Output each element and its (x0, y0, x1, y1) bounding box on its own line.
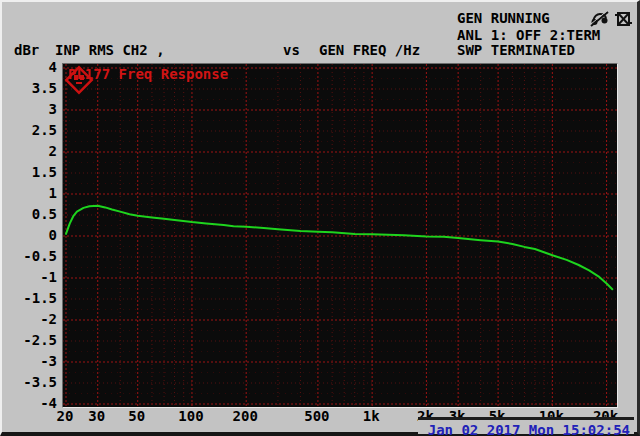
y-tick-label: 3 (2, 101, 57, 117)
y-tick-label: 3.5 (2, 80, 57, 96)
y-tick-label: 2 (2, 143, 57, 159)
x-tick-label: 200 (213, 408, 277, 424)
swp-status: SWP TERMINATED (457, 42, 575, 58)
y-tick-label: 0.5 (2, 206, 57, 222)
y-unit-label: dBr (14, 42, 39, 58)
frequency-response-chart (63, 64, 617, 407)
y-tick-label: -2.5 (2, 332, 57, 348)
y-tick-label: 1.5 (2, 164, 57, 180)
y-tick-label: 0 (2, 227, 57, 243)
trace-line (66, 206, 612, 289)
trace-label: INP RMS CH2 , (55, 42, 165, 58)
y-tick-label: 2.5 (2, 122, 57, 138)
y-tick-label: -2 (2, 311, 57, 327)
y-tick-label: -1.5 (2, 290, 57, 306)
datetime-label: Jan 02 2017 Mon 15:02:54 (428, 422, 630, 436)
headset-off-icon (590, 11, 609, 27)
plot-area: PL177 Freq Response (62, 63, 618, 408)
y-tick-label: -0.5 (2, 248, 57, 264)
y-tick-label: -3.5 (2, 374, 57, 390)
y-tick-label: 1 (2, 185, 57, 201)
anl-status: ANL 1: OFF 2:TERM (457, 27, 600, 43)
monitor-off-icon (614, 11, 633, 27)
rohde-schwarz-logo-icon (63, 64, 95, 96)
y-tick-label: -3 (2, 353, 57, 369)
status-bar: Jan 02 2017 Mon 15:02:54 (418, 417, 634, 434)
vs-label: vs (283, 42, 300, 58)
analyzer-screen: GEN RUNNING ANL 1: OFF 2:TERM SWP TERMIN… (0, 0, 640, 436)
gen-status: GEN RUNNING (457, 10, 550, 26)
y-tick-label: 4 (2, 59, 57, 75)
y-tick-label: -1 (2, 269, 57, 285)
x-axis-label: GEN FREQ /Hz (319, 42, 420, 58)
